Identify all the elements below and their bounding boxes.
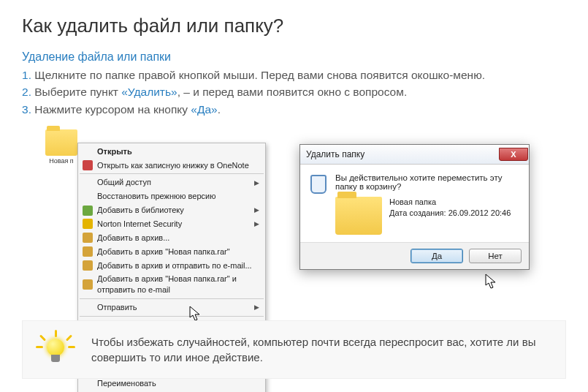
dialog-folder-name: Новая папка (389, 197, 511, 208)
chevron-right-icon: ▶ (254, 219, 259, 228)
menu-send-mail[interactable]: Добавить в архив и отправить по e-mail..… (78, 259, 265, 273)
menu-add-archive[interactable]: Добавить в архив... (78, 231, 265, 245)
menu-send-to[interactable]: Отправить▶ (78, 301, 265, 314)
dialog-folder-date: Дата создания: 26.09.2012 20:46 (389, 208, 511, 219)
lightbulb-icon (37, 331, 74, 368)
dialog-button-row: Да Нет (300, 242, 529, 269)
onenote-icon (83, 160, 93, 170)
archive-icon (83, 279, 93, 290)
tip-box: Чтобы избежать случайностей, компьютер п… (22, 320, 566, 379)
separator (80, 316, 264, 317)
chevron-right-icon: ▶ (254, 178, 259, 187)
separator (80, 298, 264, 299)
archive-icon (83, 246, 93, 257)
menu-library[interactable]: Добавить в библиотеку▶ (78, 203, 265, 217)
step-1: Щелкните по папке правой кнопкой мыши. П… (22, 67, 566, 83)
menu-restore[interactable]: Восстановить прежнюю версию (78, 189, 265, 203)
folder-icon (45, 129, 77, 156)
illustration-row: Новая п Открыть Открыть как записную кни… (44, 129, 566, 270)
step-2: Выберите пункт «Удалить», – и перед вами… (22, 83, 566, 100)
menu-send-rar-mail[interactable]: Добавить в архив "Новая папка.rar" и отп… (78, 272, 265, 297)
menu-share[interactable]: Общий доступ▶ (78, 176, 265, 189)
dialog-body: Вы действительно хотите переместить эту … (300, 165, 529, 242)
norton-icon (83, 219, 93, 229)
menu-norton[interactable]: Norton Internet Security▶ (78, 217, 265, 231)
menu-rename[interactable]: Переименовать (78, 377, 265, 391)
dialog-title-text: Удалить папку (306, 149, 364, 159)
step-3: Нажмите курсором на кнопку «Да». (22, 101, 566, 118)
recycle-bin-icon (309, 173, 328, 195)
library-icon (83, 206, 93, 216)
yes-button[interactable]: Да (411, 249, 463, 263)
chevron-right-icon: ▶ (254, 206, 259, 214)
dialog-content: Вы действительно хотите переместить эту … (335, 173, 520, 235)
dialog-meta: Новая папка Дата создания: 26.09.2012 20… (389, 197, 511, 219)
no-button[interactable]: Нет (469, 249, 522, 263)
archive-icon (83, 260, 93, 271)
close-button[interactable]: X (499, 148, 528, 161)
separator (80, 173, 264, 174)
archive-icon (83, 233, 93, 243)
tip-text: Чтобы избежать случайностей, компьютер п… (91, 334, 551, 365)
folder-label: Новая п (44, 157, 79, 165)
confirm-dialog: Удалить папку X Вы действительно хотите … (299, 144, 530, 270)
menu-onenote[interactable]: Открыть как записную книжку в OneNote (78, 159, 265, 173)
page-title: Как удалить файл или папку? (22, 15, 566, 37)
context-menu-illustration: Новая п Открыть Открыть как записную кни… (44, 129, 270, 165)
steps-list: Щелкните по папке правой кнопкой мыши. П… (22, 67, 566, 118)
chevron-right-icon: ▶ (254, 303, 259, 312)
section-subtitle: Удаление файла или папки (22, 50, 566, 64)
dialog-info: Новая папка Дата создания: 26.09.2012 20… (335, 197, 520, 235)
menu-add-rar[interactable]: Добавить в архив "Новая папка.rar" (78, 245, 265, 259)
dialog-question: Вы действительно хотите переместить эту … (335, 173, 520, 191)
folder[interactable]: Новая п (44, 129, 79, 165)
folder-icon (335, 197, 382, 235)
menu-open[interactable]: Открыть (78, 145, 265, 159)
dialog-titlebar: Удалить папку X (300, 145, 529, 165)
